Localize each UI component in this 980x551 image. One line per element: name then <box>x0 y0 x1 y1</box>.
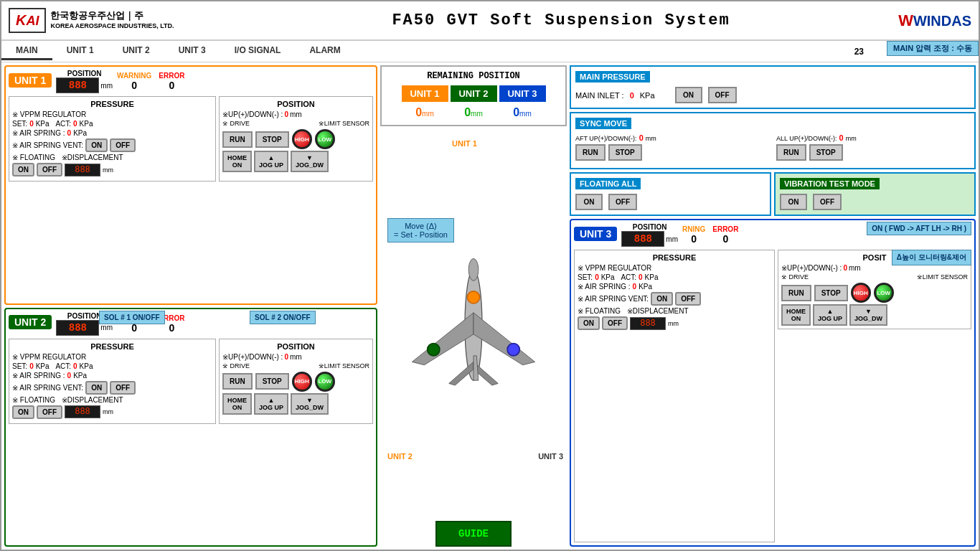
plane-unit3-label: UNIT 3 <box>538 452 563 461</box>
sol2-tooltip: SOL # 2 ON/OFF <box>250 311 316 324</box>
floating-all-title: FLOATING ALL <box>575 178 641 189</box>
unit3-err-val: 0 <box>712 233 738 245</box>
unit3-stop[interactable]: STOP <box>814 285 848 301</box>
move-tooltip: Move (Δ) = Set - Position <box>387 218 454 242</box>
unit1-pos-label: POSITION <box>56 70 113 77</box>
nav-unit2[interactable]: UNIT 2 <box>108 42 164 60</box>
kai-text: 한국항공우주산업｜주 KOREA AEROSPACE INDUSTRIES, L… <box>50 10 174 31</box>
unit1-warn-val: 0 <box>117 80 151 91</box>
nav-alarm[interactable]: ALARM <box>295 42 354 60</box>
vibration-test-box: VIBRATION TEST MODE ON OFF <box>774 172 976 216</box>
unit2-jogup[interactable]: ▲JOG UP <box>254 393 288 415</box>
svg-point-1 <box>468 258 479 281</box>
rem-unit3-btn[interactable]: UNIT 3 <box>499 85 546 102</box>
nav-badge: 23 <box>854 47 864 57</box>
unit3-low-btn[interactable]: LOW <box>874 283 894 303</box>
sync-move-box: SYNC MOVE AFT UP(+)/DOWN(-): 0 mm RUN ST… <box>570 112 976 169</box>
unit1-stop[interactable]: STOP <box>255 131 289 148</box>
unit1-disp: 888 <box>65 164 100 176</box>
unit1-float-off[interactable]: OFF <box>37 163 62 176</box>
unit3-jogdw[interactable]: ▼JOG_DW <box>849 304 887 326</box>
sync-all-run[interactable]: RUN <box>776 144 806 161</box>
floating-off[interactable]: OFF <box>608 194 637 210</box>
right-panel: MAIN PRESSURE MAIN INLET : 0 KPa ON OFF … <box>570 65 976 547</box>
unit3-jogup[interactable]: ▲JOG UP <box>813 304 847 326</box>
unit1-home[interactable]: HOMEON <box>222 151 252 172</box>
unit1-position-box: POSITION ※UP(+)/DOWN(-) : 0 mm ※ DRIVE ※… <box>219 96 373 182</box>
sync-aft-run[interactable]: RUN <box>575 144 606 161</box>
unit2-home[interactable]: HOMEON <box>222 393 252 415</box>
unit1-err-val: 0 <box>159 80 184 91</box>
unit2-vent-off[interactable]: OFF <box>110 381 136 395</box>
logo-area: KAI 한국항공우주산업｜주 KOREA AEROSPACE INDUSTRIE… <box>9 8 224 33</box>
nav-unit1[interactable]: UNIT 1 <box>52 42 108 60</box>
unit3-home[interactable]: HOMEON <box>781 304 811 326</box>
unit2-vent-on[interactable]: ON <box>85 381 108 395</box>
on-fwd-tooltip: ON ( FWD -> AFT LH -> RH ) <box>867 222 971 235</box>
remaining-title: REMAINING POSITION <box>386 71 561 81</box>
unit3-high-btn[interactable]: HIGH <box>851 283 871 303</box>
unit2-pressure-title: PRESSURE <box>12 342 212 351</box>
plane-svg <box>387 239 560 411</box>
sync-aft-stop[interactable]: STOP <box>608 144 642 161</box>
unit2-jogdw[interactable]: ▼JOG_DW <box>291 393 329 415</box>
unit3-pressure-title: PRESSURE <box>578 253 771 262</box>
unit1-jogup[interactable]: ▲JOG UP <box>254 151 288 172</box>
unit2-title: UNIT 2 <box>9 315 52 329</box>
unit2-low-btn[interactable]: LOW <box>315 372 335 392</box>
floating-all-box: FLOATING ALL ON OFF <box>570 172 771 216</box>
main-pressure-box: MAIN PRESSURE MAIN INLET : 0 KPa ON OFF <box>570 65 976 109</box>
floating-on[interactable]: ON <box>575 194 603 210</box>
unit3-warn-val: 0 <box>682 233 705 245</box>
rem-val2: 0mm <box>451 105 497 121</box>
unit2-run[interactable]: RUN <box>222 373 253 390</box>
left-panel: UNIT 1 POSITION 888 mm WARNING 0 <box>4 65 377 547</box>
unit3-block: ON ( FWD -> AFT LH -> RH ) UNIT 3 POSITI… <box>570 219 976 547</box>
unit1-high-btn[interactable]: HIGH <box>292 129 312 149</box>
kai-logo: KAI <box>9 8 46 33</box>
main-pressure-off[interactable]: OFF <box>708 87 737 103</box>
unit1-led: 888 <box>56 77 99 93</box>
unit3-disp: 888 <box>630 317 666 330</box>
nav-io[interactable]: I/O SIGNAL <box>220 42 296 60</box>
unit2-position-title: POSITION <box>222 342 369 351</box>
unit1-position-title: POSITION <box>222 100 369 108</box>
unit2-pressure-box: PRESSURE ※ VPPM REGULATOR SET: 0 KPa ACT… <box>9 339 216 424</box>
unit3-vent-off[interactable]: OFF <box>675 292 701 306</box>
unit1-low-btn[interactable]: LOW <box>315 129 335 149</box>
unit2-stop[interactable]: STOP <box>255 373 289 390</box>
unit1-err-label: ERROR <box>159 72 184 80</box>
unit3-err-label: ERROR <box>712 225 738 233</box>
rem-unit1-btn[interactable]: UNIT 1 <box>402 85 448 102</box>
unit1-vent-on[interactable]: ON <box>85 138 108 152</box>
svg-point-3 <box>428 344 440 356</box>
unit1-warn-label: WARNING <box>117 72 151 80</box>
unit2-high-btn[interactable]: HIGH <box>292 372 312 392</box>
sync-all-stop[interactable]: STOP <box>809 144 843 161</box>
content-area: UNIT 1 POSITION 888 mm WARNING 0 <box>1 62 979 550</box>
vib-on[interactable]: ON <box>780 194 807 210</box>
rem-val3: 0mm <box>499 105 546 121</box>
unit1-jogdw[interactable]: ▼JOG_DW <box>291 151 329 172</box>
unit2-position-box: POSITION ※UP(+)/DOWN(-) : 0 mm ※ DRIVE ※… <box>219 339 373 424</box>
plane-unit1-label: UNIT 1 <box>452 139 477 148</box>
unit3-run[interactable]: RUN <box>781 285 811 301</box>
unit2-float-on[interactable]: ON <box>12 405 34 419</box>
unit3-float-on[interactable]: ON <box>578 316 600 330</box>
unit2-float-off[interactable]: OFF <box>37 405 62 419</box>
rem-unit2-btn[interactable]: UNIT 2 <box>451 85 497 102</box>
unit3-float-off[interactable]: OFF <box>602 316 628 330</box>
unit3-vent-on[interactable]: ON <box>651 292 673 306</box>
unit1-block: UNIT 1 POSITION 888 mm WARNING 0 <box>4 65 377 305</box>
unit1-vent-off[interactable]: OFF <box>110 138 136 152</box>
unit1-run[interactable]: RUN <box>222 131 253 148</box>
unit1-float-on[interactable]: ON <box>12 163 34 176</box>
svg-point-2 <box>467 291 479 303</box>
nav-unit3[interactable]: UNIT 3 <box>164 42 220 60</box>
nav-main[interactable]: MAIN <box>1 42 52 60</box>
vib-off[interactable]: OFF <box>813 194 842 210</box>
main-pressure-on[interactable]: ON <box>675 87 702 103</box>
guide-button[interactable]: GUIDE <box>435 521 512 547</box>
unit1-pressure-title: PRESSURE <box>12 100 212 108</box>
unit3-led: 888 <box>621 231 664 247</box>
